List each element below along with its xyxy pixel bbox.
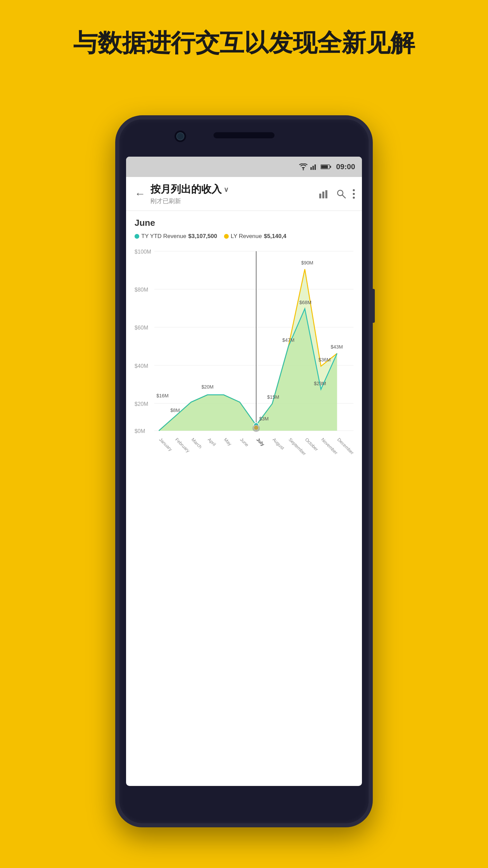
back-button[interactable]: ← xyxy=(133,186,147,202)
header-title[interactable]: 按月列出的收入 ∨ xyxy=(150,182,315,196)
signal-icon xyxy=(310,164,318,170)
legend-value-ly: $5,140,4 xyxy=(264,233,286,240)
x-label-mar: March xyxy=(190,437,203,450)
svg-point-1 xyxy=(303,169,304,170)
svg-point-14 xyxy=(353,189,355,191)
more-icon[interactable] xyxy=(352,189,355,199)
label-20m: $20M xyxy=(201,384,214,390)
label-43m: $43M xyxy=(331,344,343,350)
x-axis-labels: January February March April May June Ju… xyxy=(158,437,355,456)
x-label-feb: February xyxy=(174,437,191,454)
selection-dot xyxy=(252,425,260,432)
y-label-20m: $20M xyxy=(135,401,148,407)
label-47m: $47M xyxy=(282,337,294,343)
svg-point-16 xyxy=(353,197,355,199)
svg-rect-8 xyxy=(330,166,331,168)
label-3m: $3M xyxy=(259,416,269,421)
svg-rect-11 xyxy=(325,190,327,198)
page-title: 与数据进行交互以发现全新见解 xyxy=(34,27,454,59)
revenue-chart[interactable]: $100M $80M $60M $40M $20M $0M xyxy=(135,245,353,452)
legend-value-ty: $3,107,500 xyxy=(188,233,217,240)
legend-dot-ly xyxy=(224,234,229,239)
svg-rect-2 xyxy=(310,167,312,170)
phone-screen: 09:00 ← 按月列出的收入 ∨ 刚才已刷新 xyxy=(126,157,362,786)
legend-label-ty: TY YTD Revenue xyxy=(141,233,186,240)
chart-area: June TY YTD Revenue $3,107,500 LY Revenu… xyxy=(126,211,362,457)
x-label-apr: April xyxy=(207,437,217,447)
svg-rect-7 xyxy=(321,165,328,169)
app-header: ← 按月列出的收入 ∨ 刚才已刷新 xyxy=(126,177,362,211)
phone-body: 09:00 ← 按月列出的收入 ∨ 刚才已刷新 xyxy=(115,115,373,827)
label-23m: $23M xyxy=(314,381,326,386)
x-label-dec: December xyxy=(336,437,355,456)
svg-rect-10 xyxy=(322,192,324,198)
svg-rect-9 xyxy=(319,194,321,198)
header-subtitle: 刚才已刷新 xyxy=(150,197,315,205)
label-15m: $15M xyxy=(267,394,279,400)
label-16m: $16M xyxy=(157,393,169,398)
phone-side-button xyxy=(371,289,375,323)
status-time: 09:00 xyxy=(336,162,355,171)
battery-icon xyxy=(321,164,331,170)
x-label-aug: August xyxy=(271,437,285,451)
x-label-oct: October xyxy=(304,437,319,452)
status-bar: 09:00 xyxy=(126,157,362,177)
legend-item-ty: TY YTD Revenue $3,107,500 xyxy=(135,233,217,240)
y-label-100m: $100M xyxy=(135,249,151,255)
x-label-nov: November xyxy=(320,437,339,456)
phone-camera xyxy=(174,130,187,143)
phone-speaker xyxy=(214,132,274,138)
chart-icon[interactable] xyxy=(319,189,330,199)
legend-dot-ty xyxy=(135,234,139,239)
chart-legend: TY YTD Revenue $3,107,500 LY Revenue $5,… xyxy=(135,233,353,240)
legend-label-ly: LY Revenue xyxy=(231,233,262,240)
y-label-80m: $80M xyxy=(135,287,148,293)
label-68m: $68M xyxy=(299,300,311,305)
wifi-icon xyxy=(299,163,308,170)
y-label-0m: $0M xyxy=(135,428,145,434)
svg-point-15 xyxy=(353,193,355,195)
y-label-60m: $60M xyxy=(135,324,148,331)
legend-item-ly: LY Revenue $5,140,4 xyxy=(224,233,286,240)
chart-period-label: June xyxy=(135,218,353,228)
svg-rect-3 xyxy=(312,166,314,170)
x-label-jun: June xyxy=(239,437,249,448)
svg-line-13 xyxy=(342,195,345,198)
header-title-area: 按月列出的收入 ∨ 刚才已刷新 xyxy=(150,182,315,205)
label-36m: $36M xyxy=(319,357,331,362)
header-dropdown-arrow[interactable]: ∨ xyxy=(224,185,229,194)
status-icons: 09:00 xyxy=(299,162,355,171)
x-label-sep: September xyxy=(288,437,307,456)
phone-container: 09:00 ← 按月列出的收入 ∨ 刚才已刷新 xyxy=(115,115,373,827)
svg-rect-5 xyxy=(317,164,318,170)
label-8m: $8M xyxy=(170,408,180,413)
header-title-text: 按月列出的收入 xyxy=(150,182,222,196)
svg-rect-4 xyxy=(314,164,316,170)
x-label-jan: January xyxy=(158,437,174,452)
header-actions xyxy=(319,189,355,199)
x-label-jul: July xyxy=(256,437,266,447)
search-icon[interactable] xyxy=(336,189,346,199)
y-label-40m: $40M xyxy=(135,363,148,369)
x-label-may: May xyxy=(223,437,233,447)
label-90m: $90M xyxy=(301,260,313,265)
svg-marker-0 xyxy=(302,167,305,169)
